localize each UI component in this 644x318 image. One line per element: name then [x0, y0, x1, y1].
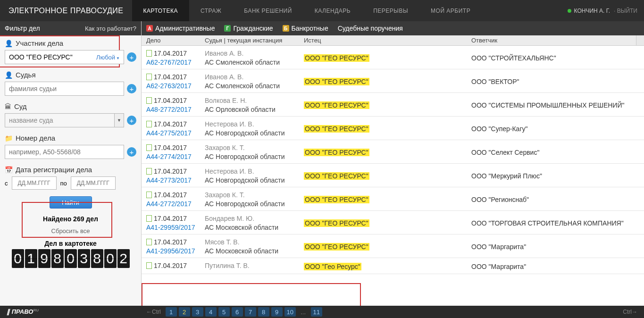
admin-badge-icon: А	[146, 25, 153, 32]
pager-prev[interactable]: ←Ctrl	[146, 309, 161, 315]
row-defendant: ООО "ВЕКТОР"	[471, 73, 636, 90]
doc-icon	[146, 262, 152, 269]
pager-page[interactable]: 9	[271, 307, 283, 317]
case-number-link[interactable]: А44-2772/2017	[146, 200, 192, 208]
pager-page[interactable]: 8	[258, 307, 269, 317]
case-number-link[interactable]: А44-2775/2017	[146, 129, 192, 137]
table-row[interactable]: 17.04.2017А48-2772/2017Волкова Е. Н.АС О…	[142, 93, 644, 117]
court-icon: 🏛	[5, 103, 11, 110]
scrollbar-track[interactable]	[636, 35, 644, 45]
case-add-button[interactable]: +	[127, 147, 136, 157]
table-row[interactable]: 17.04.2017А44-2775/2017Нестерова И. В.АС…	[142, 117, 644, 140]
participant-add-button[interactable]: +	[127, 52, 136, 62]
type-assign[interactable]: Судебные поручения	[338, 25, 403, 32]
content: ААдминистративные ГГражданские ББанкротн…	[142, 21, 644, 306]
counter-digit: 9	[38, 249, 50, 268]
row-judge: Волкова Е. Н.	[205, 97, 247, 104]
row-defendant: ООО "Регионснаб"	[471, 191, 636, 208]
court-select[interactable]: название суда ▼	[5, 113, 124, 127]
pager-page[interactable]: 5	[218, 307, 230, 317]
header-defendant[interactable]: Ответчик	[471, 35, 636, 45]
participant-input[interactable]	[9, 53, 96, 61]
civil-badge-icon: Г	[224, 25, 231, 32]
type-civil[interactable]: ГГражданские	[224, 25, 273, 32]
type-admin[interactable]: ААдминистративные	[146, 25, 215, 32]
pager-page[interactable]: 7	[245, 307, 256, 317]
nav-tab-3[interactable]: КАЛЕНДАРЬ	[303, 0, 362, 21]
chevron-down-icon[interactable]: ▼	[114, 114, 124, 127]
how-it-works-link[interactable]: Как это работает?	[85, 25, 136, 32]
pager-page[interactable]: 2	[179, 307, 190, 317]
row-plaintiff: ООО "ГЕО РЕСУРС"	[304, 243, 369, 251]
case-number-link[interactable]: А44-2773/2017	[146, 176, 192, 184]
pager-page[interactable]: 3	[192, 307, 203, 317]
table-row[interactable]: 17.04.2017А44-2773/2017Нестерова И. В.АС…	[142, 164, 644, 187]
table-row[interactable]: 17.04.2017А62-2763/2017Иванов А. В.АС См…	[142, 69, 644, 93]
judge-label: Судья	[16, 71, 36, 79]
row-court: АС Новгородской области	[205, 129, 285, 137]
row-date: 17.04.2017	[154, 167, 187, 175]
court-add-button[interactable]: +	[127, 116, 136, 125]
pager-next[interactable]: Ctrl→	[623, 309, 644, 315]
case-number-link[interactable]: А41-29959/2017	[146, 224, 195, 231]
header-plaintiff[interactable]: Истец	[304, 35, 471, 45]
pager-page[interactable]: 1	[166, 307, 177, 317]
nav-tab-4[interactable]: ПЕРЕРЫВЫ	[362, 0, 419, 21]
reg-label: Дата регистрации дела	[16, 166, 92, 174]
header-case[interactable]: Дело	[142, 35, 205, 45]
row-court: АС Смоленской области	[205, 82, 280, 90]
case-input[interactable]	[9, 148, 120, 156]
participant-any[interactable]: Любой	[96, 54, 120, 61]
table-row[interactable]: 17.04.2017Путилина Т. В.ООО "Гео Ресурс"…	[142, 258, 644, 274]
person-icon: 👤	[5, 40, 13, 47]
row-plaintiff: ООО "ГЕО РЕСУРС"	[304, 219, 369, 227]
row-plaintiff: ООО "ГЕО РЕСУРС"	[304, 101, 369, 109]
total-label: Дел в картотеке	[5, 240, 136, 247]
case-number-link[interactable]: А62-2763/2017	[146, 82, 192, 90]
table-row[interactable]: 17.04.2017А62-2767/2017Иванов А. В.АС См…	[142, 46, 644, 69]
type-bank[interactable]: ББанкротные	[283, 25, 328, 32]
row-court: АС Московской области	[205, 247, 278, 255]
user-block: КОНЧИН А. Г. · ВЫЙТИ	[568, 8, 644, 14]
pager-page[interactable]: 11	[311, 307, 322, 317]
judge-add-button[interactable]: +	[127, 84, 136, 93]
row-court: АС Новгородской области	[205, 200, 285, 208]
participant-input-wrap: Любой	[5, 50, 124, 64]
nav-tab-5[interactable]: МОЙ АРБИТР	[419, 0, 482, 21]
doc-icon	[146, 121, 152, 127]
calendar-icon: 📅	[5, 166, 13, 174]
pager-page[interactable]: 6	[232, 307, 243, 317]
pager-page[interactable]: 10	[284, 307, 296, 317]
case-number-link[interactable]: А48-2772/2017	[146, 106, 192, 113]
counter-digit: 1	[25, 249, 37, 268]
table-row[interactable]: 17.04.2017А41-29959/2017Бондарев М. Ю.АС…	[142, 211, 644, 234]
case-number-link[interactable]: А62-2767/2017	[146, 59, 192, 66]
table-row[interactable]: 17.04.2017А44-2772/2017Захаров К. Т.АС Н…	[142, 187, 644, 211]
pager-dots: ...	[298, 307, 309, 317]
brand: ‖ ПРАВОRU	[0, 308, 142, 315]
judge-input[interactable]	[9, 85, 120, 92]
user-name[interactable]: КОНЧИН А. Г.	[574, 8, 611, 14]
pager-page[interactable]: 4	[205, 307, 217, 317]
topbar: ЭЛЕКТРОННОЕ ПРАВОСУДИЕ КАРТОТЕКАСТРАЖБАН…	[0, 0, 644, 21]
date-from-input[interactable]	[12, 176, 57, 190]
table-row[interactable]: 17.04.2017А41-29956/2017Мясов Т. В.АС Мо…	[142, 234, 644, 258]
row-defendant: ООО "Супер-Кагу"	[471, 120, 636, 137]
date-to-input[interactable]	[71, 176, 116, 190]
case-number-link[interactable]: А41-29956/2017	[146, 247, 195, 255]
row-date: 17.04.2017	[154, 144, 187, 151]
app-logo: ЭЛЕКТРОННОЕ ПРАВОСУДИЕ	[0, 7, 132, 15]
nav-tab-1[interactable]: СТРАЖ	[189, 0, 233, 21]
court-label: Суд	[14, 102, 27, 110]
logout-link[interactable]: · ВЫЙТИ	[614, 8, 637, 14]
table-row[interactable]: 17.04.2017А44-2774/2017Захаров К. Т.АС Н…	[142, 140, 644, 164]
case-number-link[interactable]: А44-2774/2017	[146, 153, 192, 160]
filter-participant: 👤Участник дела Любой +	[5, 39, 136, 64]
nav-tab-2[interactable]: БАНК РЕШЕНИЙ	[233, 0, 303, 21]
header-judge[interactable]: Судья | текущая инстанция	[205, 35, 304, 45]
doc-icon	[146, 215, 152, 222]
row-judge: Нестерова И. В.	[205, 120, 254, 128]
nav-tab-0[interactable]: КАРТОТЕКА	[132, 0, 189, 21]
row-defendant: ООО "Селект Сервис"	[471, 144, 636, 160]
row-judge: Бондарев М. Ю.	[205, 215, 254, 222]
